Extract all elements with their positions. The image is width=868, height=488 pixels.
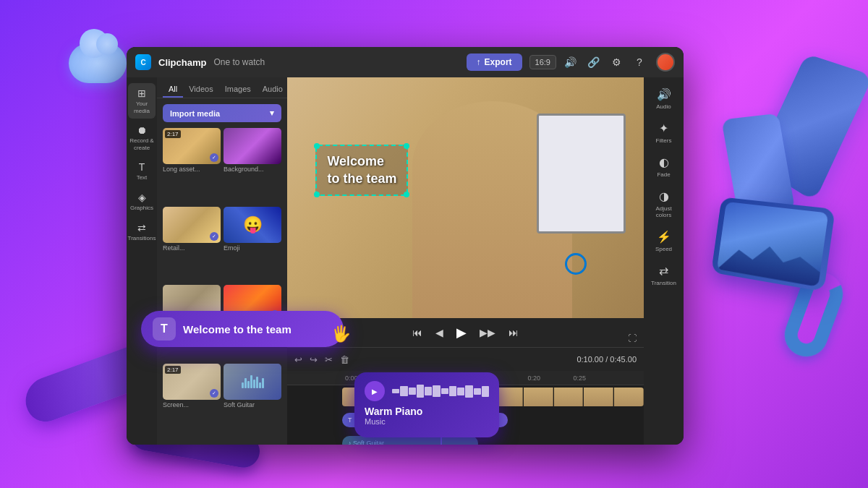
left-sidebar: ⊞ Your media ⏺ Record & create T Text ◈ … xyxy=(127,77,157,445)
waveform-bar-1 xyxy=(392,389,399,393)
filters-tool-label: Filters xyxy=(656,137,672,144)
step-back-button[interactable]: ◀ xyxy=(435,327,443,338)
colors-tool-icon: ◑ xyxy=(659,189,669,203)
timeline-toolbar: ↩ ↪ ✂ 🗑 0:10.00 / 0:45.00 xyxy=(287,348,644,371)
text-icon: T xyxy=(139,161,145,173)
waveform-bar-4 xyxy=(417,385,424,398)
right-tool-audio[interactable]: 🔊 Audio xyxy=(647,83,681,114)
skip-forward-button[interactable]: ⏭ xyxy=(509,327,519,338)
media-label-7: Screen... xyxy=(163,400,221,411)
delete-button[interactable]: 🗑 xyxy=(340,354,349,365)
ruler-mark-20: 0:20 xyxy=(527,374,540,382)
list-item: Soft Guitar xyxy=(224,364,281,440)
overlay-dot-tr xyxy=(404,143,409,149)
text-overlay-box[interactable]: Welcome to the team xyxy=(315,145,408,196)
media-thumb-1[interactable]: 2:17 ✓ xyxy=(163,128,221,164)
right-sidebar: 🔊 Audio ✦ Filters ◐ Fade ◑ Adjust colors… xyxy=(644,77,684,445)
pill-text-label: Welcome to the team xyxy=(183,323,292,335)
media-thumb-8[interactable] xyxy=(224,364,281,400)
thumb-duration-7: 2:17 xyxy=(165,366,181,374)
media-thumb-4[interactable]: 😛 xyxy=(224,207,281,243)
project-name: One to watch xyxy=(213,57,265,67)
sidebar-item-record[interactable]: ⏺ Record & create xyxy=(128,120,156,155)
undo-button[interactable]: ↩ xyxy=(294,354,302,365)
step-forward-button[interactable]: ▶▶ xyxy=(480,327,495,338)
tab-videos[interactable]: Videos xyxy=(183,82,218,98)
media-thumb-3[interactable]: ✓ xyxy=(163,207,221,243)
video-frame: Welcome to the team xyxy=(287,77,644,318)
sidebar-label-graphics: Graphics xyxy=(130,205,153,212)
app-logo: C xyxy=(135,54,151,70)
transition-tool-label: Transition xyxy=(651,280,676,286)
tab-images[interactable]: Images xyxy=(219,82,257,98)
thumb-bg-8 xyxy=(224,364,281,400)
media-label-1: Long asset... xyxy=(163,164,221,176)
graphics-icon: ◈ xyxy=(138,192,146,203)
waveform-bar-7 xyxy=(441,388,448,394)
waveform-bar-2 xyxy=(400,386,407,396)
sidebar-item-transitions[interactable]: ⇄ Transitions xyxy=(128,218,156,247)
media-label-4: Emoji xyxy=(224,243,281,254)
media-thumb-7[interactable]: 2:17 ✓ xyxy=(163,364,221,400)
audio-tool-label: Audio xyxy=(656,103,671,110)
sidebar-label-transitions: Transitions xyxy=(128,235,156,242)
right-tool-colors[interactable]: ◑ Adjust colors xyxy=(647,185,681,223)
import-chevron-icon: ▾ xyxy=(270,108,274,118)
cut-button[interactable]: ✂ xyxy=(325,354,333,365)
film-frame-8 xyxy=(554,388,584,406)
app-title: Clipchamp xyxy=(158,57,206,68)
waveform-bar-5 xyxy=(425,387,432,395)
time-current: 0:10.00 xyxy=(576,355,603,364)
text-overlay-content: Welcome to the team xyxy=(327,153,396,187)
fullscreen-button[interactable]: ⛶ xyxy=(628,333,637,343)
speed-tool-icon: ⚡ xyxy=(657,230,671,244)
tab-audio[interactable]: Audio xyxy=(257,82,287,98)
user-avatar[interactable] xyxy=(656,53,675,72)
filters-tool-icon: ✦ xyxy=(659,121,668,135)
music-card-header: ▶ xyxy=(365,381,489,401)
media-thumb-2[interactable] xyxy=(224,128,281,164)
settings-icon[interactable]: ⚙ xyxy=(610,56,623,69)
sidebar-item-media[interactable]: ⊞ Your media xyxy=(128,83,156,119)
sidebar-label-media: Your media xyxy=(129,100,154,114)
export-button[interactable]: ↑ Export xyxy=(467,53,522,71)
tab-all[interactable]: All xyxy=(163,82,183,98)
overlay-dot-br xyxy=(404,192,409,197)
music-waveform xyxy=(392,384,489,398)
sidebar-label-record: Record & create xyxy=(129,137,154,151)
thumb-bg-2 xyxy=(224,128,281,164)
aspect-ratio-badge: 16:9 xyxy=(529,55,556,69)
audio-icon[interactable]: 🔊 xyxy=(563,56,576,69)
waveform-bar-3 xyxy=(409,388,416,395)
colors-tool-label: Adjust colors xyxy=(648,205,680,218)
media-tabs: All Videos Images Audio xyxy=(157,77,287,98)
help-icon[interactable]: ? xyxy=(633,56,646,69)
film-frame-9 xyxy=(584,388,613,406)
speed-tool-label: Speed xyxy=(655,246,672,252)
thumb-duration-1: 2:17 xyxy=(165,130,181,138)
video-preview: Welcome to the team xyxy=(287,77,644,318)
export-arrow-icon: ↑ xyxy=(477,57,481,67)
import-media-button[interactable]: Import media ▾ xyxy=(163,104,281,122)
share-icon[interactable]: 🔗 xyxy=(587,56,600,69)
pill-text-icon: T xyxy=(153,317,176,341)
right-tool-transition[interactable]: ⇄ Transition xyxy=(647,260,681,291)
skip-back-button[interactable]: ⏮ xyxy=(412,327,422,338)
right-tool-speed[interactable]: ⚡ Speed xyxy=(647,226,681,257)
right-tool-fade[interactable]: ◐ Fade xyxy=(647,151,681,182)
transitions-icon: ⇄ xyxy=(137,222,146,234)
play-button[interactable]: ▶ xyxy=(456,325,467,341)
media-label-8: Soft Guitar xyxy=(224,400,281,411)
video-screen xyxy=(537,114,626,234)
right-tool-filters[interactable]: ✦ Filters xyxy=(647,117,681,148)
sidebar-item-text[interactable]: T Text xyxy=(128,157,156,186)
import-label: Import media xyxy=(170,109,220,118)
thumb-check-1: ✓ xyxy=(210,153,218,162)
music-play-button[interactable]: ▶ xyxy=(365,381,385,401)
redo-button[interactable]: ↪ xyxy=(310,354,318,365)
sidebar-item-graphics[interactable]: ◈ Graphics xyxy=(128,187,156,216)
floating-text-pill[interactable]: T Welcome to the team 🖐 xyxy=(141,311,344,347)
record-icon: ⏺ xyxy=(137,124,147,136)
waveform-bar-9 xyxy=(457,388,464,395)
floating-music-card: ▶ Warm Piano Music xyxy=(354,372,499,437)
